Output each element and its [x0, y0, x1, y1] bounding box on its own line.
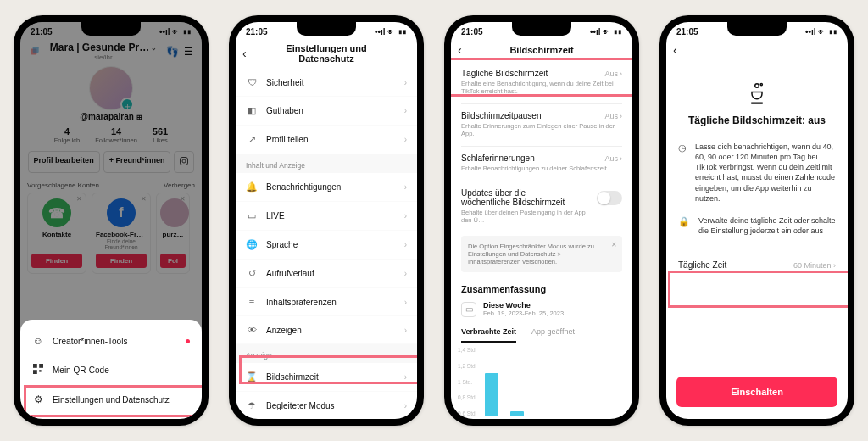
row-label: Einstellungen und Datenschutz	[53, 395, 170, 405]
row-screen-time[interactable]: ⌛ Bildschirmzeit ›	[236, 363, 417, 392]
row-share-profile[interactable]: ↗ Profil teilen ›	[236, 126, 417, 154]
status-icons: ••ıl ᯤ ▮▮	[805, 27, 837, 36]
row-content-preferences[interactable]: ≡ Inhaltspräferenzen ›	[236, 288, 417, 316]
live-icon: ▭	[246, 210, 258, 221]
chevron-right-icon: ›	[404, 106, 407, 115]
chevron-right-icon: ›	[404, 269, 407, 278]
row-live[interactable]: ▭ LIVE ›	[236, 202, 417, 231]
chevron-right-icon: ›	[404, 135, 407, 144]
row-screen-time-breaks[interactable]: Bildschirmzeitpausen Aus› Erhalte Erinne…	[451, 104, 632, 146]
y-axis: 1,4 Std. 1,2 Std. 1 Std. 0,8 Std. 0,6 St…	[458, 347, 476, 416]
calendar-icon: ▭	[461, 302, 476, 317]
notch	[512, 22, 571, 36]
lock-icon: 🔒	[678, 216, 690, 236]
row-label: Guthaben	[266, 106, 303, 115]
chevron-right-icon: ›	[833, 261, 836, 270]
back-icon[interactable]: ‹	[458, 43, 473, 57]
bullet-text: Verwalte deine tägliche Zeit oder schalt…	[698, 215, 836, 236]
bottom-sheet: ☺ Creator*innen-Tools Mein QR-Code ⚙ Ein…	[20, 320, 202, 419]
notch	[297, 22, 356, 36]
info-bullet: ◷ Lasse dich benachrichtigen, wenn du 40…	[678, 142, 836, 204]
chevron-right-icon: ›	[620, 112, 622, 120]
row-label: Creator*innen-Tools	[53, 337, 127, 346]
row-watch-history[interactable]: ↺ Aufrufverlauf ›	[236, 260, 417, 288]
qr-code-row[interactable]: Mein QR-Code	[20, 355, 202, 385]
chevron-right-icon: ›	[404, 326, 407, 335]
svg-rect-8	[39, 370, 41, 371]
notch	[81, 22, 141, 36]
row-subtext: Erhalte Erinnerungen zum Einlegen einer …	[461, 122, 622, 137]
badge-dot	[186, 339, 190, 343]
notch	[727, 22, 787, 36]
page-title: Einstellungen und Datenschutz	[258, 43, 410, 64]
row-security[interactable]: 🛡 Sicherheit ›	[236, 69, 417, 97]
row-language[interactable]: 🌐 Sprache ›	[236, 231, 417, 260]
row-daily-time[interactable]: Tägliche Zeit 60 Minuten ›	[666, 248, 848, 282]
bell-icon: 🔔	[246, 181, 258, 193]
chevron-right-icon: ›	[404, 372, 407, 382]
row-subtext: Behalte über deinen Posteingang in der A…	[461, 209, 590, 224]
section-label: Inhalt und Anzeige	[236, 154, 417, 173]
row-family-pairing[interactable]: ☂ Begleiteter Modus ›	[236, 392, 417, 419]
umbrella-icon: ☂	[246, 400, 258, 411]
phone-frame-3: 21:05 ••ıl ᯤ ▮▮ ‹ Bildschirmzeit Täglich…	[444, 15, 639, 426]
tab-app-opened[interactable]: App geöffnet	[531, 322, 575, 343]
row-label: Bildschirmzeit	[266, 372, 319, 382]
toggle-switch[interactable]	[597, 191, 622, 205]
eye-icon: 👁	[246, 325, 258, 335]
chevron-right-icon: ›	[404, 78, 407, 87]
clock-icon: ↺	[246, 268, 258, 279]
bullet-text: Lasse dich benachrichtigen, wenn du 40, …	[695, 142, 836, 204]
chevron-right-icon: ›	[620, 154, 622, 163]
tab-time-spent[interactable]: Verbrachte Zeit	[461, 322, 516, 343]
hourglass-icon: ⌛	[246, 371, 258, 382]
row-value: Aus›	[604, 154, 622, 163]
row-notifications[interactable]: 🔔 Benachrichtigungen ›	[236, 173, 417, 202]
chart-bar	[485, 373, 498, 416]
row-label: Profil teilen	[266, 135, 308, 144]
sliders-icon: ≡	[246, 297, 258, 307]
chevron-right-icon: ›	[404, 401, 407, 410]
svg-rect-11	[751, 103, 763, 104]
enable-button[interactable]: Einschalten	[676, 377, 837, 407]
row-ads[interactable]: 👁 Anzeigen ›	[236, 316, 417, 344]
row-label: Sicherheit	[266, 78, 303, 87]
row-sleep-reminders[interactable]: Schlaferinnerungen Aus› Erhalte Benachri…	[451, 147, 632, 181]
row-value: Aus›	[604, 70, 622, 78]
row-label: LIVE	[266, 211, 285, 220]
week-selector[interactable]: ▭ Diese Woche Feb. 19, 2023-Feb. 25, 202…	[451, 296, 632, 322]
row-daily-screen-time[interactable]: Tägliche Bildschirmzeit Aus› Erhalte ein…	[451, 62, 632, 103]
row-label: Inhaltspräferenzen	[266, 298, 337, 307]
svg-point-10	[760, 83, 762, 85]
row-label: Sprache	[266, 240, 298, 249]
creator-tools-row[interactable]: ☺ Creator*innen-Tools	[20, 327, 202, 355]
page-title: Bildschirmzeit	[473, 45, 626, 55]
page-title: Tägliche Bildschirmzeit: aus	[666, 114, 848, 126]
status-time: 21:05	[676, 27, 698, 36]
chevron-right-icon: ›	[620, 70, 622, 78]
row-label: Anzeigen	[266, 326, 302, 335]
row-label: Updates über die wöchentliche Bildschirm…	[461, 188, 571, 207]
status-icons: ••ıl ᯤ ▮▮	[375, 27, 407, 36]
week-label: Diese Woche	[483, 301, 564, 310]
share-icon: ↗	[246, 134, 258, 145]
status-time: 21:05	[246, 27, 268, 36]
clock-icon: ◷	[678, 142, 687, 204]
phone-frame-2: 21:05 ••ıl ᯤ ▮▮ ‹ Einstellungen und Date…	[229, 15, 424, 426]
qr-icon	[32, 364, 44, 377]
svg-rect-7	[33, 370, 37, 374]
back-icon[interactable]: ‹	[242, 47, 258, 60]
svg-rect-6	[39, 364, 43, 368]
svg-point-9	[755, 84, 760, 88]
svg-rect-5	[33, 364, 37, 368]
info-bullet: 🔒 Verwalte deine tägliche Zeit oder scha…	[678, 215, 836, 236]
chevron-right-icon: ›	[404, 240, 407, 249]
summary-tabs: Verbrachte Zeit App geöffnet	[451, 322, 632, 343]
back-icon[interactable]: ‹	[673, 43, 688, 57]
globe-icon: 🌐	[246, 239, 258, 250]
row-label: Benachrichtigungen	[266, 182, 341, 192]
settings-privacy-row[interactable]: ⚙ Einstellungen und Datenschutz	[20, 385, 202, 414]
row-balance[interactable]: ◧ Guthaben ›	[236, 97, 417, 126]
close-icon[interactable]: ✕	[611, 241, 617, 248]
row-value: 60 Minuten ›	[793, 261, 836, 270]
